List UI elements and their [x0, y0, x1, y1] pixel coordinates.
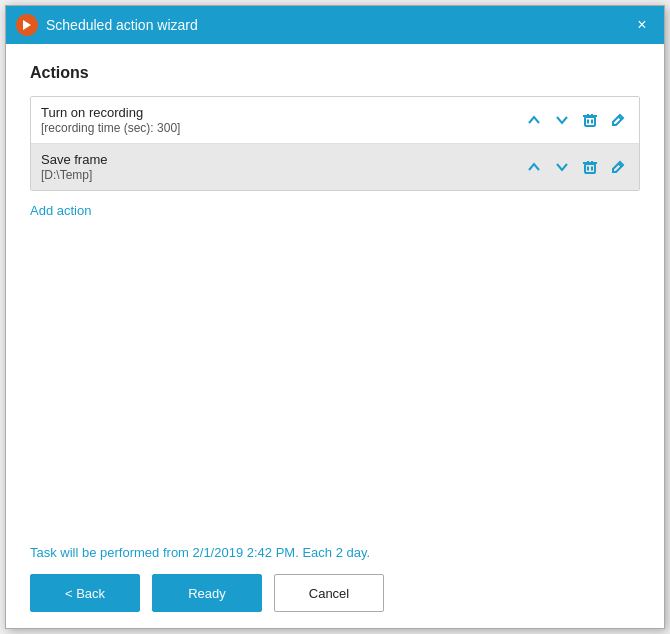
- title-bar: Scheduled action wizard ×: [6, 6, 664, 44]
- action-info-1: Turn on recording [recording time (sec):…: [41, 105, 523, 135]
- back-button[interactable]: < Back: [30, 574, 140, 612]
- add-action-link[interactable]: Add action: [30, 203, 640, 218]
- action-param-2: [D:\Temp]: [41, 168, 523, 182]
- move-down-button-1[interactable]: [551, 109, 573, 131]
- footer-buttons: < Back Ready Cancel: [30, 574, 640, 612]
- edit-button-1[interactable]: [607, 109, 629, 131]
- ready-button[interactable]: Ready: [152, 574, 262, 612]
- actions-list: Turn on recording [recording time (sec):…: [30, 96, 640, 191]
- table-row: Save frame [D:\Temp]: [31, 144, 639, 190]
- action-info-2: Save frame [D:\Temp]: [41, 152, 523, 182]
- edit-button-2[interactable]: [607, 156, 629, 178]
- cancel-button[interactable]: Cancel: [274, 574, 384, 612]
- dialog-window: Scheduled action wizard × Actions Turn o…: [5, 5, 665, 629]
- action-name-1: Turn on recording: [41, 105, 523, 120]
- delete-button-1[interactable]: [579, 109, 601, 131]
- table-row: Turn on recording [recording time (sec):…: [31, 97, 639, 144]
- section-title: Actions: [30, 64, 640, 82]
- dialog-title: Scheduled action wizard: [46, 17, 630, 33]
- move-up-button-2[interactable]: [523, 156, 545, 178]
- svg-rect-1: [585, 117, 595, 126]
- action-name-2: Save frame: [41, 152, 523, 167]
- dialog-content: Actions Turn on recording [recording tim…: [6, 44, 664, 535]
- close-button[interactable]: ×: [630, 13, 654, 37]
- svg-marker-0: [23, 20, 31, 30]
- svg-rect-8: [585, 164, 595, 173]
- action-controls-2: [523, 156, 629, 178]
- move-up-button-1[interactable]: [523, 109, 545, 131]
- action-param-1: [recording time (sec): 300]: [41, 121, 523, 135]
- move-down-button-2[interactable]: [551, 156, 573, 178]
- delete-button-2[interactable]: [579, 156, 601, 178]
- dialog-footer: Task will be performed from 2/1/2019 2:4…: [6, 535, 664, 628]
- app-icon: [16, 14, 38, 36]
- task-info-text: Task will be performed from 2/1/2019 2:4…: [30, 545, 640, 560]
- action-controls-1: [523, 109, 629, 131]
